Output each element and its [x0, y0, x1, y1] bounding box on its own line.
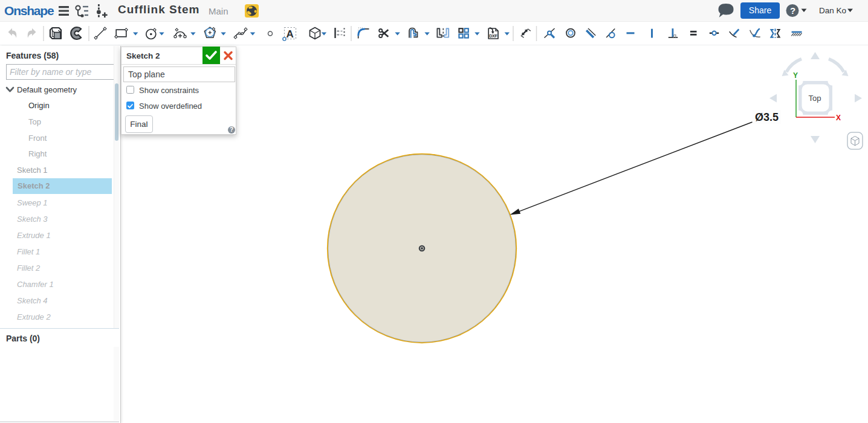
- svg-text:Y: Y: [793, 71, 798, 80]
- svg-text:Top: Top: [809, 94, 821, 103]
- svg-text:Ø3.5: Ø3.5: [755, 111, 779, 123]
- svg-text:X: X: [836, 114, 841, 122]
